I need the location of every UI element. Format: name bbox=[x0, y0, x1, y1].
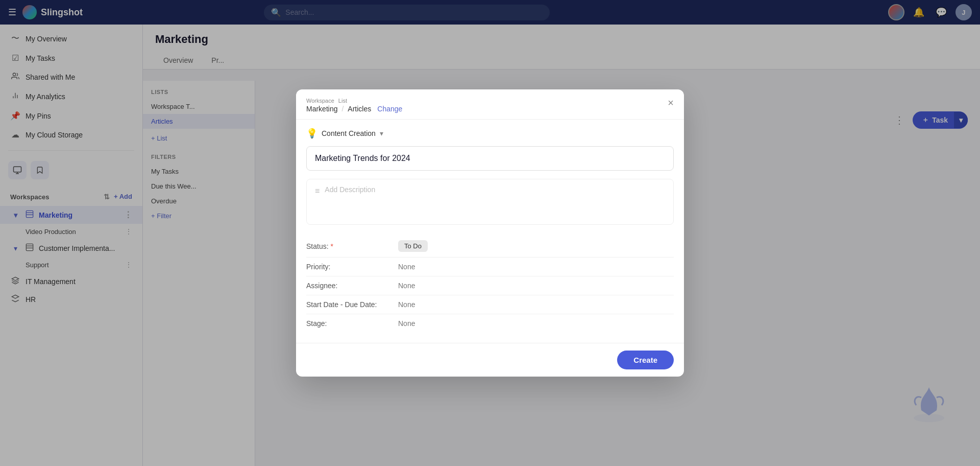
breadcrumb-list: Articles bbox=[348, 105, 371, 113]
task-title-input[interactable] bbox=[306, 146, 674, 171]
list-selector-arrow-icon: ▾ bbox=[380, 129, 383, 137]
stage-field-value[interactable]: None bbox=[398, 319, 415, 328]
field-row-dates: Start Date - Due Date: None bbox=[306, 295, 674, 314]
assignee-field-value[interactable]: None bbox=[398, 282, 415, 290]
breadcrumb-labels: Workspace List bbox=[306, 98, 402, 104]
field-row-stage: Stage: None bbox=[306, 314, 674, 333]
status-badge[interactable]: To Do bbox=[398, 240, 428, 252]
description-icon: ≡ bbox=[315, 187, 320, 196]
breadcrumb: Workspace List Marketing / Articles Chan… bbox=[306, 98, 402, 113]
create-button[interactable]: Create bbox=[617, 351, 674, 369]
status-required-indicator: * bbox=[330, 242, 333, 250]
list-label: List bbox=[338, 98, 347, 104]
workspace-label: Workspace bbox=[306, 98, 334, 104]
field-row-priority: Priority: None bbox=[306, 258, 674, 276]
priority-field-label: Priority: bbox=[306, 263, 398, 271]
list-selector[interactable]: 💡 Content Creation ▾ bbox=[306, 128, 674, 139]
field-row-assignee: Assignee: None bbox=[306, 276, 674, 295]
stage-field-label: Stage: bbox=[306, 319, 398, 328]
field-row-status: Status: * To Do bbox=[306, 235, 674, 258]
modal-body: 💡 Content Creation ▾ ≡ Add Description S… bbox=[296, 120, 684, 343]
modal-overlay[interactable]: Workspace List Marketing / Articles Chan… bbox=[0, 0, 980, 466]
status-label-text: Status: bbox=[306, 242, 329, 250]
description-placeholder: Add Description bbox=[325, 185, 375, 194]
breadcrumb-change-button[interactable]: Change bbox=[377, 105, 402, 113]
breadcrumb-path: Marketing / Articles Change bbox=[306, 105, 402, 113]
assignee-field-label: Assignee: bbox=[306, 282, 398, 290]
modal-footer: Create bbox=[296, 343, 684, 377]
priority-field-value[interactable]: None bbox=[398, 263, 415, 271]
breadcrumb-sep: / bbox=[341, 105, 344, 113]
list-selector-emoji: 💡 bbox=[306, 128, 317, 139]
task-fields: Status: * To Do Priority: None Assignee:… bbox=[306, 235, 674, 333]
breadcrumb-workspace: Marketing bbox=[306, 105, 337, 113]
status-field-label: Status: * bbox=[306, 242, 398, 250]
modal-header: Workspace List Marketing / Articles Chan… bbox=[296, 89, 684, 120]
create-task-modal: Workspace List Marketing / Articles Chan… bbox=[296, 89, 684, 377]
task-description-area[interactable]: ≡ Add Description bbox=[306, 179, 674, 225]
dates-field-value[interactable]: None bbox=[398, 300, 415, 309]
list-selector-name: Content Creation bbox=[322, 129, 376, 137]
modal-close-button[interactable]: × bbox=[668, 98, 674, 108]
dates-field-label: Start Date - Due Date: bbox=[306, 300, 398, 309]
